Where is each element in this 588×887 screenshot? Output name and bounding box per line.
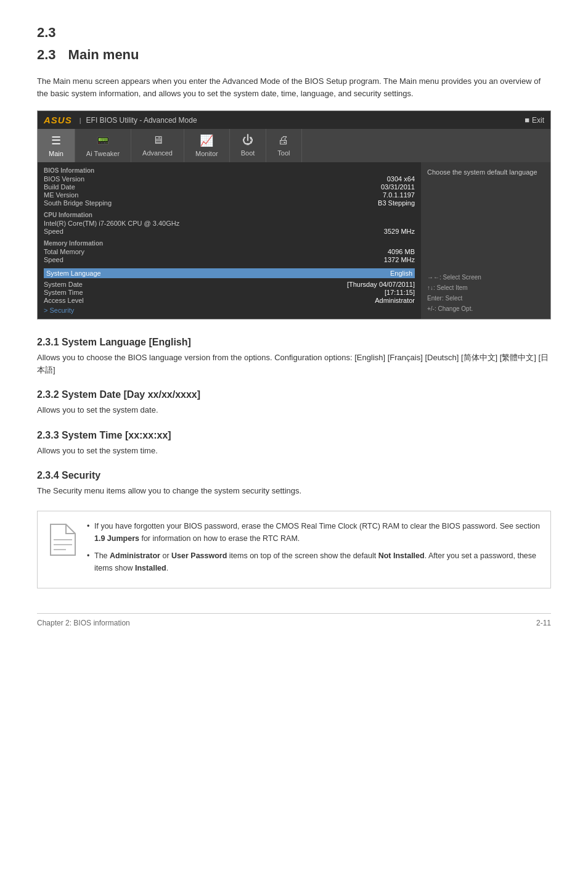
tab-ai-tweaker[interactable]: 📟 Ai Tweaker [75, 129, 131, 162]
total-memory-row: Total Memory 4096 MB [44, 248, 415, 255]
bios-version-label: BIOS Version [44, 175, 84, 183]
cpu-speed-label: Speed [44, 228, 63, 235]
tab-monitor-label: Monitor [195, 150, 218, 157]
cpu-speed-row: Speed 3529 MHz [44, 228, 415, 235]
cpu-detail-row: Intel(R) Core(TM) i7-2600K CPU @ 3.40GHz [44, 220, 415, 227]
memory-info-label: Memory Information [44, 240, 415, 247]
exit-button[interactable]: ■ Exit [525, 115, 544, 125]
subsection-234-title: 2.3.4 Security [37, 470, 551, 481]
south-bridge-row: South Bridge Stepping B3 Stepping [44, 199, 415, 207]
section-intro: The Main menu screen appears when you en… [37, 75, 551, 99]
section-number: 2.3 [37, 47, 56, 63]
subsection-233-title: 2.3.3 System Time [xx:xx:xx] [37, 430, 551, 441]
build-date-label: Build Date [44, 183, 75, 191]
bios-main-panel: BIOS Information BIOS Version 0304 x64 B… [38, 162, 421, 319]
cpu-detail: Intel(R) Core(TM) i7-2600K CPU @ 3.40GHz [44, 220, 179, 227]
me-version-row: ME Version 7.0.1.1197 [44, 191, 415, 199]
bios-ui: ASUS | EFI BIOS Utility - Advanced Mode … [37, 110, 551, 320]
tab-advanced[interactable]: 🖥 Advanced [131, 129, 184, 162]
total-memory-label: Total Memory [44, 248, 84, 255]
system-time-row[interactable]: System Time [17:11:15] [44, 289, 415, 296]
system-date-label: System Date [44, 281, 83, 288]
footer-left: Chapter 2: BIOS information [37, 619, 130, 627]
subsection-233: 2.3.3 System Time [xx:xx:xx] Allows you … [37, 430, 551, 457]
security-item[interactable]: > Security [44, 307, 415, 314]
bios-version-value: 0304 x64 [387, 175, 415, 183]
cpu-speed-value: 3529 MHz [384, 228, 415, 235]
section-heading: Main menu [68, 47, 139, 63]
bios-header: ASUS | EFI BIOS Utility - Advanced Mode … [38, 111, 550, 129]
bios-logo: ASUS | EFI BIOS Utility - Advanced Mode [44, 115, 197, 125]
subsection-232-title: 2.3.2 System Date [Day xx/xx/xxxx] [37, 389, 551, 400]
subsection-234: 2.3.4 Security The Security menu items a… [37, 470, 551, 497]
tab-monitor[interactable]: 📈 Monitor [184, 129, 230, 162]
cpu-info-group: CPU Information Intel(R) Core(TM) i7-260… [44, 212, 415, 235]
nav-hint-enter: Enter: Select [427, 293, 544, 303]
system-language-row[interactable]: System Language English [44, 268, 415, 278]
bios-body: BIOS Information BIOS Version 0304 x64 B… [38, 162, 550, 319]
boot-icon: ⏻ [242, 134, 253, 147]
subsection-232-body: Allows you to set the system date. [37, 404, 551, 416]
footer-right: 2-11 [536, 619, 551, 627]
tab-main[interactable]: ☰ Main [38, 129, 75, 162]
memory-speed-value: 1372 MHz [384, 256, 415, 263]
page-footer: Chapter 2: BIOS information 2-11 [37, 613, 551, 627]
subsection-231-title: 2.3.1 System Language [English] [37, 337, 551, 348]
system-date-value: [Thursday 04/07/2011] [347, 281, 415, 288]
main-icon: ☰ [51, 134, 61, 147]
build-date-row: Build Date 03/31/2011 [44, 183, 415, 191]
tool-icon: 🖨 [278, 134, 289, 147]
system-time-label: System Time [44, 289, 83, 296]
me-version-label: ME Version [44, 191, 78, 199]
bios-title: EFI BIOS Utility - Advanced Mode [86, 116, 197, 125]
exit-label: Exit [532, 116, 544, 125]
sidebar-help-text: Choose the system default language [427, 167, 544, 178]
memory-speed-row: Speed 1372 MHz [44, 256, 415, 263]
memory-info-group: Memory Information Total Memory 4096 MB … [44, 240, 415, 263]
tab-boot-label: Boot [241, 149, 255, 157]
system-language-value: English [390, 270, 412, 277]
total-memory-value: 4096 MB [388, 248, 415, 255]
tab-main-label: Main [49, 150, 63, 157]
subsection-234-body: The Security menu items allow you to cha… [37, 485, 551, 497]
subsection-233-body: Allows you to set the system time. [37, 445, 551, 457]
memory-speed-label: Speed [44, 256, 63, 263]
nav-hint-screen: →←: Select Screen [427, 272, 544, 283]
subsection-232: 2.3.2 System Date [Day xx/xx/xxxx] Allow… [37, 389, 551, 416]
tab-tool-label: Tool [277, 149, 290, 157]
subsection-231: 2.3.1 System Language [English] Allows y… [37, 337, 551, 376]
note-icon [47, 521, 78, 564]
tab-advanced-label: Advanced [142, 149, 173, 157]
note-item-1: If you have forgotten your BIOS password… [87, 520, 541, 545]
access-level-row: Access Level Administrator [44, 297, 415, 304]
system-date-row[interactable]: System Date [Thursday 04/07/2011] [44, 281, 415, 288]
subsection-231-body: Allows you to choose the BIOS language v… [37, 352, 551, 376]
sidebar-nav-hints: →←: Select Screen ↑↓: Select Item Enter:… [427, 272, 544, 314]
system-time-value: [17:11:15] [385, 289, 415, 296]
bios-version-row: BIOS Version 0304 x64 [44, 175, 415, 183]
note-content: If you have forgotten your BIOS password… [87, 520, 541, 579]
bios-nav: ☰ Main 📟 Ai Tweaker 🖥 Advanced 📈 Monitor… [38, 129, 550, 162]
bios-info-group: BIOS Information BIOS Version 0304 x64 B… [44, 167, 415, 207]
exit-icon: ■ [525, 115, 529, 125]
access-level-value: Administrator [375, 297, 415, 304]
nav-hint-change: +/-: Change Opt. [427, 303, 544, 314]
cpu-info-label: CPU Information [44, 212, 415, 218]
asus-logo: ASUS [44, 115, 72, 125]
build-date-value: 03/31/2011 [381, 183, 415, 191]
tab-ai-tweaker-label: Ai Tweaker [86, 150, 120, 157]
system-language-label: System Language [46, 270, 101, 277]
note-box: If you have forgotten your BIOS password… [37, 511, 551, 588]
advanced-icon: 🖥 [152, 134, 163, 147]
tab-boot[interactable]: ⏻ Boot [230, 129, 267, 162]
bios-sidebar: Choose the system default language →←: S… [421, 162, 550, 319]
me-version-value: 7.0.1.1197 [383, 191, 415, 199]
tab-tool[interactable]: 🖨 Tool [266, 129, 301, 162]
south-bridge-value: B3 Stepping [378, 199, 415, 207]
bios-info-label: BIOS Information [44, 167, 415, 174]
section-title: 2.3 [37, 25, 551, 41]
note-item-2: The Administrator or User Password items… [87, 550, 541, 574]
south-bridge-label: South Bridge Stepping [44, 199, 112, 207]
nav-hint-item: ↑↓: Select Item [427, 283, 544, 293]
access-level-label: Access Level [44, 297, 84, 304]
